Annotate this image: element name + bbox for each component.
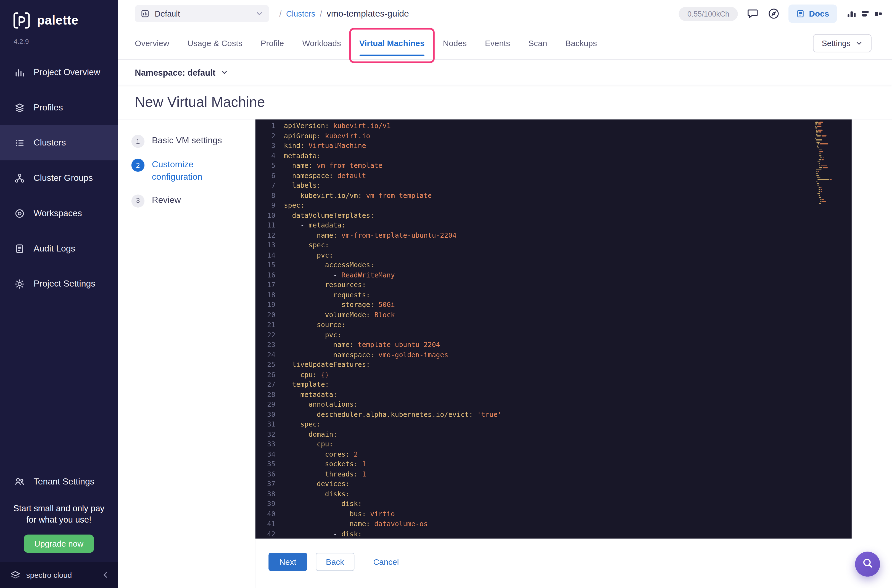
line-number: 42 bbox=[255, 529, 284, 538]
yaml-editor[interactable]: 1apiVersion: kubevirt.io/v12apiGroup: ku… bbox=[255, 120, 852, 538]
editor-minimap[interactable] bbox=[815, 122, 847, 205]
project-icon bbox=[141, 9, 150, 18]
palette-logo[interactable]: palette bbox=[0, 0, 118, 31]
code-line: 18 requests: bbox=[255, 290, 852, 300]
breadcrumb-clusters-link[interactable]: Clusters bbox=[286, 9, 315, 18]
code-line: 20 volumeMode: Block bbox=[255, 310, 852, 320]
tab-profile[interactable]: Profile bbox=[261, 27, 284, 59]
sidebar-bottom: Tenant Settings Start small and only pay… bbox=[0, 464, 118, 562]
code-line: 38 disks: bbox=[255, 489, 852, 500]
code-line: 6 namespace: default bbox=[255, 171, 852, 181]
code-line: 17 resources: bbox=[255, 280, 852, 290]
project-name: Default bbox=[155, 9, 180, 18]
line-number: 18 bbox=[255, 290, 284, 300]
project-selector[interactable]: Default bbox=[135, 5, 269, 22]
line-number: 1 bbox=[255, 121, 284, 131]
step-number: 3 bbox=[131, 194, 144, 207]
search-fab[interactable] bbox=[855, 552, 880, 577]
line-number: 23 bbox=[255, 340, 284, 350]
compass-icon[interactable] bbox=[767, 8, 780, 20]
namespace-selector[interactable]: Namespace: default bbox=[118, 60, 892, 85]
step-number: 1 bbox=[131, 135, 144, 148]
tab-virtual-machines[interactable]: Virtual Machines bbox=[359, 27, 425, 59]
line-number: 19 bbox=[255, 300, 284, 310]
tab-scan[interactable]: Scan bbox=[528, 27, 547, 59]
breadcrumb-separator: / bbox=[320, 9, 322, 18]
tab-usage-costs[interactable]: Usage & Costs bbox=[188, 27, 242, 59]
line-number: 41 bbox=[255, 519, 284, 529]
code-line: 37 devices: bbox=[255, 480, 852, 489]
code-line: 2apiGroup: kubevirt.io bbox=[255, 131, 852, 141]
code-line: 13 spec: bbox=[255, 240, 852, 250]
wizard-actions: Next Back Cancel bbox=[255, 538, 892, 588]
sidebar-item-tenant-settings[interactable]: Tenant Settings bbox=[0, 464, 118, 499]
cancel-button[interactable]: Cancel bbox=[370, 553, 402, 571]
sidebar-item-clusters[interactable]: Clusters bbox=[0, 125, 118, 160]
docs-button[interactable]: Docs bbox=[788, 4, 836, 22]
editor-column: 1apiVersion: kubevirt.io/v12apiGroup: ku… bbox=[255, 120, 892, 588]
sidebar-item-audit-logs[interactable]: Audit Logs bbox=[0, 231, 118, 266]
tab-label: Usage & Costs bbox=[188, 39, 242, 48]
tab-label: Overview bbox=[135, 39, 169, 48]
top-bar: Default / Clusters / vmo-templates-guide… bbox=[118, 0, 892, 27]
code-line: 3kind: VirtualMachine bbox=[255, 141, 852, 151]
sidebar-item-profiles[interactable]: Profiles bbox=[0, 90, 118, 125]
spectro-cloud-logo-icon bbox=[9, 568, 21, 581]
breadcrumb: / Clusters / vmo-templates-guide bbox=[279, 9, 409, 19]
code-line: 36 threads: 1 bbox=[255, 470, 852, 480]
step-customize-configuration[interactable]: 2Customize configuration bbox=[131, 158, 246, 184]
mini-bars-glyph bbox=[847, 10, 856, 17]
tab-label: Workloads bbox=[302, 39, 341, 48]
sidebar-item-label: Project Overview bbox=[34, 67, 100, 77]
cluster-settings-button[interactable]: Settings bbox=[813, 34, 872, 52]
tab-backups[interactable]: Backups bbox=[565, 27, 597, 59]
tab-label: Virtual Machines bbox=[359, 39, 425, 48]
code-line: 1apiVersion: kubevirt.io/v1 bbox=[255, 121, 852, 131]
tab-events[interactable]: Events bbox=[485, 27, 510, 59]
step-basic-vm-settings[interactable]: 1Basic VM settings bbox=[131, 134, 246, 148]
sidebar-item-project-overview[interactable]: Project Overview bbox=[0, 55, 118, 90]
line-number: 12 bbox=[255, 231, 284, 240]
line-number: 3 bbox=[255, 141, 284, 151]
code-line: 28 metadata: bbox=[255, 390, 852, 400]
tab-label: Events bbox=[485, 39, 510, 48]
sidebar-collapse-button[interactable] bbox=[101, 570, 110, 579]
bar-chart-icon bbox=[14, 67, 25, 78]
spectro-cloud-label: spectro cloud bbox=[26, 571, 72, 579]
sidebar-item-workspaces[interactable]: Workspaces bbox=[0, 196, 118, 231]
line-number: 27 bbox=[255, 380, 284, 390]
line-number: 38 bbox=[255, 489, 284, 500]
sidebar-item-project-settings[interactable]: Project Settings bbox=[0, 266, 118, 302]
cluster-tabs-bar: OverviewUsage & CostsProfileWorkloadsVir… bbox=[118, 27, 892, 60]
audit-logs-icon bbox=[14, 243, 25, 254]
header-misc-glyphs bbox=[847, 9, 882, 18]
code-line: 8 kubevirt.io/vm: vm-from-template bbox=[255, 191, 852, 201]
tab-workloads[interactable]: Workloads bbox=[302, 27, 341, 59]
code-line: 31 spec: bbox=[255, 420, 852, 429]
tab-overview[interactable]: Overview bbox=[135, 27, 169, 59]
code-line: 23 name: template-ubuntu-2204 bbox=[255, 340, 852, 350]
sidebar-item-label: Project Settings bbox=[34, 279, 96, 289]
line-number: 20 bbox=[255, 310, 284, 320]
active-tab-underline bbox=[359, 55, 425, 56]
code-line: 5 name: vm-from-template bbox=[255, 161, 852, 171]
chat-icon[interactable] bbox=[746, 8, 759, 20]
next-button[interactable]: Next bbox=[269, 553, 307, 571]
step-label: Review bbox=[152, 194, 181, 207]
line-number: 31 bbox=[255, 420, 284, 429]
line-number: 13 bbox=[255, 240, 284, 250]
wizard-stepper: 1Basic VM settings2Customize configurati… bbox=[118, 120, 255, 588]
line-number: 15 bbox=[255, 260, 284, 270]
code-line: 15 accessModes: bbox=[255, 260, 852, 270]
sidebar-item-cluster-groups[interactable]: Cluster Groups bbox=[0, 160, 118, 196]
tab-nodes[interactable]: Nodes bbox=[443, 27, 467, 59]
upgrade-button[interactable]: Upgrade now bbox=[24, 534, 94, 553]
back-button[interactable]: Back bbox=[316, 553, 354, 571]
code-line: 26 cpu: {} bbox=[255, 370, 852, 380]
line-number: 25 bbox=[255, 360, 284, 370]
code-line: 33 cpu: bbox=[255, 440, 852, 449]
line-number: 22 bbox=[255, 330, 284, 340]
top-bar-right: 0.55/100kCh bbox=[679, 4, 882, 22]
line-number: 16 bbox=[255, 270, 284, 280]
step-review[interactable]: 3Review bbox=[131, 194, 246, 207]
